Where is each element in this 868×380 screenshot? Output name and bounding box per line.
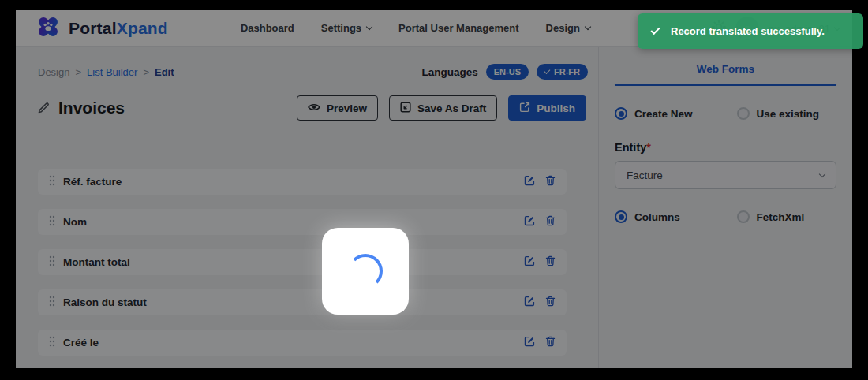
app-window: PortalXpand Dashboard Settings Portal Us… xyxy=(16,10,852,368)
check-icon xyxy=(650,24,660,34)
success-toast[interactable]: Record translated successfully. xyxy=(638,13,863,49)
loading-card xyxy=(322,228,409,315)
loading-spinner xyxy=(348,254,383,289)
loading-dim-overlay xyxy=(16,10,852,368)
toast-message: Record translated successfully. xyxy=(671,25,825,37)
